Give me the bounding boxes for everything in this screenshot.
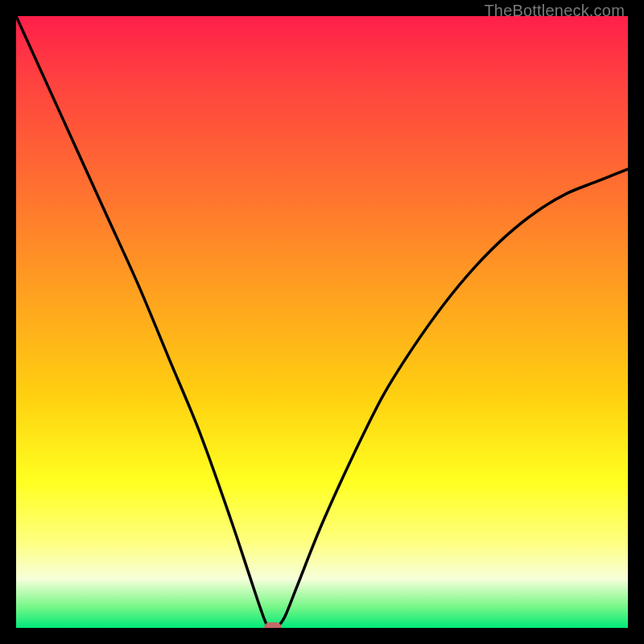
- minimum-marker: [264, 622, 282, 628]
- chart-frame: TheBottleneck.com: [0, 0, 644, 644]
- plot-area: [16, 16, 628, 628]
- bottleneck-curve: [16, 16, 628, 628]
